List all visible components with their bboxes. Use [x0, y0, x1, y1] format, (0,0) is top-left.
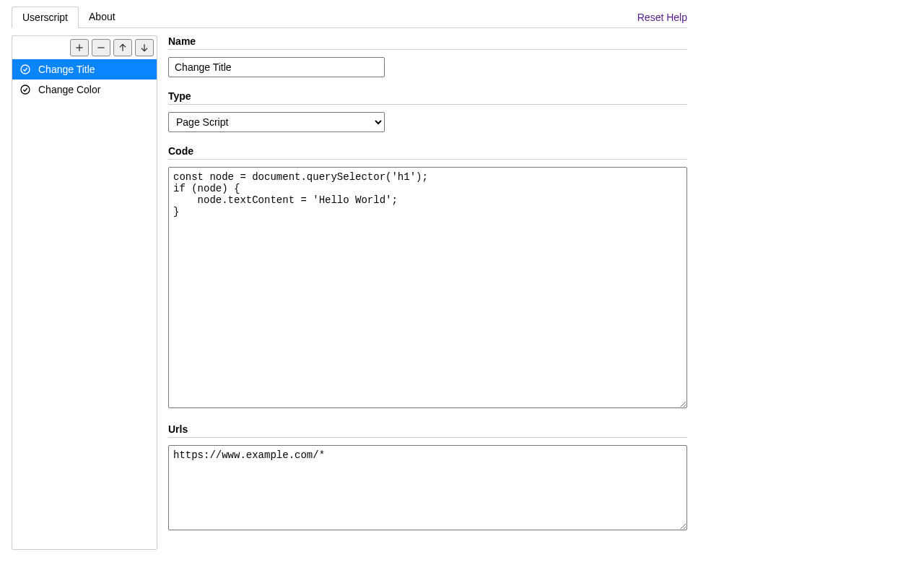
- list-item[interactable]: Change Color: [12, 79, 157, 100]
- minus-icon: [96, 43, 106, 53]
- list-item-label: Change Color: [38, 84, 100, 95]
- svg-point-5: [21, 65, 30, 74]
- urls-textarea[interactable]: [168, 445, 687, 530]
- code-label: Code: [168, 145, 687, 160]
- plus-icon: [74, 43, 84, 53]
- remove-button[interactable]: [92, 39, 110, 56]
- tab-about[interactable]: About: [79, 7, 126, 28]
- main-panel: Name Type Page Script Code Urls: [168, 35, 687, 550]
- name-input[interactable]: [168, 57, 385, 77]
- code-textarea[interactable]: [168, 167, 687, 408]
- sidebar-toolbar: [12, 36, 157, 59]
- type-select[interactable]: Page Script: [168, 112, 385, 132]
- move-down-button[interactable]: [135, 39, 154, 56]
- check-circle-icon: [19, 64, 31, 75]
- add-button[interactable]: [70, 39, 89, 56]
- move-up-button[interactable]: [113, 39, 132, 56]
- script-list: Change Title Change Color: [12, 59, 157, 100]
- tab-userscript[interactable]: Userscript: [12, 7, 79, 28]
- svg-point-6: [21, 85, 30, 94]
- name-label: Name: [168, 35, 687, 50]
- sidebar: Change Title Change Color: [12, 35, 157, 550]
- check-circle-icon: [19, 84, 31, 95]
- arrow-down-icon: [139, 43, 149, 53]
- list-item-label: Change Title: [38, 64, 95, 75]
- tabs-row: Userscript About Reset Help: [12, 6, 687, 28]
- urls-label: Urls: [168, 423, 687, 438]
- type-label: Type: [168, 90, 687, 105]
- arrow-up-icon: [118, 43, 128, 53]
- reset-help-link[interactable]: Reset Help: [637, 7, 687, 27]
- list-item[interactable]: Change Title: [12, 59, 157, 79]
